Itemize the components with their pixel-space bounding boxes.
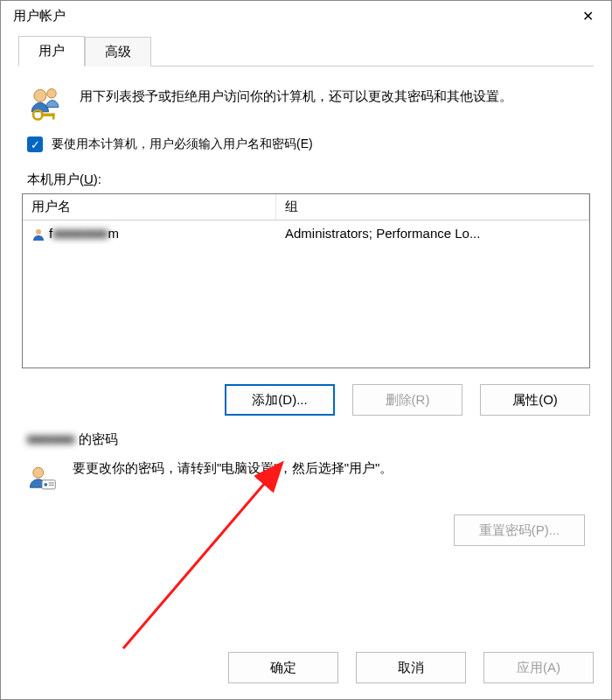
dialog-footer: 确定 取消 应用(A) xyxy=(1,640,611,699)
password-section-title: ■■■■■■ 的密码 xyxy=(27,431,585,457)
users-keys-icon xyxy=(27,86,64,122)
properties-button[interactable]: 属性(O) xyxy=(480,384,590,416)
password-hint-text: 要更改你的密码，请转到"电脑设置"，然后选择"用户"。 xyxy=(73,460,393,477)
svg-rect-9 xyxy=(49,482,54,483)
tab-advanced[interactable]: 高级 xyxy=(85,37,151,66)
intro-text: 用下列表授予或拒绝用户访问你的计算机，还可以更改其密码和其他设置。 xyxy=(80,86,512,107)
window-title: 用户帐户 xyxy=(13,8,66,24)
svg-point-6 xyxy=(33,467,44,478)
svg-rect-10 xyxy=(49,485,54,486)
table-row[interactable]: f■■■■■■■m Administrators; Performance Lo… xyxy=(23,220,589,247)
cell-group: Administrators; Performance Lo... xyxy=(276,223,589,244)
tabs-strip: 用户 高级 xyxy=(18,35,594,66)
cancel-button[interactable]: 取消 xyxy=(356,652,466,683)
require-credentials-checkbox[interactable]: ✓ xyxy=(27,136,43,152)
close-icon[interactable]: ✕ xyxy=(569,8,606,24)
ok-button[interactable]: 确定 xyxy=(228,652,338,683)
person-icon xyxy=(31,228,45,242)
svg-point-8 xyxy=(44,483,47,486)
add-button[interactable]: 添加(D)... xyxy=(225,384,335,416)
list-header: 用户名 组 xyxy=(23,194,589,220)
apply-button: 应用(A) xyxy=(483,652,594,683)
svg-rect-4 xyxy=(52,114,55,120)
password-section: ■■■■■■ 的密码 要更改你的密码，请转到"电脑设置"，然后选择" xyxy=(22,426,590,551)
titlebar: 用户帐户 ✕ xyxy=(1,1,611,32)
col-header-username[interactable]: 用户名 xyxy=(23,194,276,220)
col-header-group[interactable]: 组 xyxy=(276,194,589,220)
user-card-icon xyxy=(27,460,57,497)
reset-password-button: 重置密码(P)... xyxy=(454,514,585,546)
require-credentials-label: 要使用本计算机，用户必须输入用户名和密码(E) xyxy=(52,136,313,152)
remove-button: 删除(R) xyxy=(352,384,462,416)
svg-point-1 xyxy=(47,89,57,99)
local-users-label: 本机用户(U): xyxy=(22,163,590,193)
svg-point-5 xyxy=(36,229,41,234)
tab-users[interactable]: 用户 xyxy=(18,36,85,66)
svg-point-0 xyxy=(34,89,46,102)
users-list[interactable]: 用户名 组 f■■■■■■■m Administrators; Performa… xyxy=(22,193,590,368)
tab-body-users: 用下列表授予或拒绝用户访问你的计算机，还可以更改其密码和其他设置。 ✓ 要使用本… xyxy=(18,66,594,631)
